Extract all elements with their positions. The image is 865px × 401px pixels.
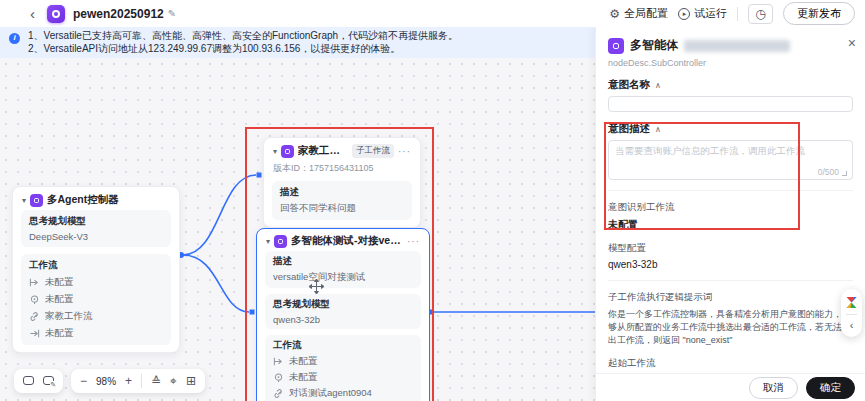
row-value: 未配置: [45, 276, 74, 289]
workflow-card: 工作流 未配置 未配置 对话测试agent0904: [265, 335, 421, 401]
model-label: 思考规划模型: [29, 215, 163, 228]
description-label: 描述: [280, 186, 404, 199]
publish-button[interactable]: 更新发布: [783, 2, 855, 25]
agent-node-icon: [274, 235, 287, 248]
collapse-caret-icon[interactable]: ∧: [655, 125, 661, 134]
start-arrow-icon: [29, 277, 40, 288]
description-card: 描述 versatile空间对接测试: [265, 251, 421, 288]
clock-icon: ◷: [755, 7, 765, 21]
collapse-panel-icon[interactable]: ‹: [850, 320, 854, 331]
cancel-button[interactable]: 取消: [749, 377, 798, 399]
collapse-caret-icon[interactable]: ▾: [22, 196, 26, 205]
close-icon[interactable]: ×: [848, 36, 856, 50]
workflow-card: 工作流 未配置 未配置 家教工作流 未配置: [21, 254, 171, 345]
node-multi-agent-controller[interactable]: ▾ 多Agent控制器 思考规划模型 DeepSeek-V3 工作流 未配置: [12, 186, 180, 353]
start-workflow-row[interactable]: 未配置: [273, 355, 413, 368]
move-cursor-icon: [308, 278, 325, 295]
start-workflow-row[interactable]: 未配置: [29, 276, 163, 289]
intent-workflow-row[interactable]: 未配置: [273, 371, 413, 384]
canvas-toolbar: − 98% + ≙ ⌖ ⊞: [14, 369, 205, 393]
locate-icon[interactable]: ⌖: [170, 375, 177, 387]
annotation-tool-group: [14, 369, 63, 393]
sub-workflow-row[interactable]: 对话测试agent0904: [273, 387, 413, 400]
edit-title-icon[interactable]: ✎: [168, 8, 176, 19]
agent-node-icon: [30, 194, 43, 207]
zoom-in-button[interactable]: +: [125, 375, 132, 387]
row-value: 未配置: [45, 293, 74, 306]
node-tutor-workflow[interactable]: ▾ 家教工作流 子工作流 ··· 版本ID：1757156431105 描述 回…: [263, 137, 421, 228]
collapse-caret-icon[interactable]: ∧: [655, 81, 661, 90]
intent-workflow-value: 未配置: [608, 218, 853, 232]
row-value: 对话测试agent0904: [289, 387, 372, 400]
workflow-canvas[interactable]: ▾ 多Agent控制器 思考规划模型 DeepSeek-V3 工作流 未配置: [0, 58, 595, 401]
node-config-panel: × 多智能体 nodeDesc.SubController 意图名称 ∧ 意图描…: [595, 27, 865, 401]
divider: [737, 7, 738, 21]
intent-name-label: 意图名称: [608, 78, 650, 92]
version-id: 版本ID：1757156431105: [264, 162, 420, 175]
note-edit-icon[interactable]: [43, 375, 54, 387]
row-value: 未配置: [45, 327, 74, 340]
start-workflow-label: 起始工作流: [608, 357, 853, 370]
side-float-toolbar: ‹: [841, 289, 862, 337]
resize-handle-icon[interactable]: [842, 171, 847, 176]
intent-desc-label: 意图描述: [608, 122, 650, 136]
description-card: 描述 回答不同学科问题: [272, 181, 412, 220]
workflow-label: 工作流: [29, 259, 163, 272]
model-card: 思考规划模型 qwen3-32b: [265, 294, 421, 329]
divider: [608, 190, 853, 191]
intent-workflow-row[interactable]: 未配置: [29, 293, 163, 306]
row-value: 未配置: [289, 371, 318, 384]
global-config-label: 全局配置: [624, 6, 668, 21]
workflow-node-icon: [281, 145, 294, 158]
global-config-button[interactable]: ⚙ 全局配置: [609, 6, 668, 21]
node-title: 多智能体测试-对接versatil...: [291, 234, 403, 248]
fit-view-icon[interactable]: ≙: [151, 375, 161, 387]
intent-name-input[interactable]: [608, 96, 853, 112]
gear-icon: ⚙: [609, 8, 620, 20]
intent-target-icon: [273, 372, 284, 383]
redacted-title-blur: [684, 40, 790, 52]
end-arrow-icon: [29, 328, 40, 339]
end-workflow-row[interactable]: 未配置: [29, 327, 163, 340]
zoom-out-button[interactable]: −: [80, 375, 87, 387]
banner-line-2: 2、VersatileAPI访问地址从123.249.99.67调整为100.9…: [28, 43, 585, 56]
confirm-button[interactable]: 确定: [806, 377, 855, 399]
collapse-caret-icon[interactable]: ▾: [266, 237, 270, 246]
sub-workflow-badge: 子工作流: [352, 144, 394, 158]
description-value: versatile空间对接测试: [273, 271, 413, 284]
node-multi-agent-test[interactable]: ▾ 多智能体测试-对接versatil... ··· 描述 versatile空…: [256, 228, 430, 401]
divider: [608, 280, 853, 281]
row-value: 家教工作流: [45, 310, 93, 323]
test-run-button[interactable]: ▸ 试运行: [678, 6, 727, 21]
more-menu-icon[interactable]: ···: [407, 236, 420, 247]
play-icon: ▸: [678, 8, 690, 20]
collapse-caret-icon[interactable]: ▾: [273, 147, 277, 156]
char-counter: 0/500: [818, 167, 847, 177]
test-run-label: 试运行: [694, 6, 727, 21]
more-menu-icon[interactable]: ···: [398, 146, 411, 157]
model-card: 思考规划模型 DeepSeek-V3: [21, 210, 171, 247]
row-value: 未配置: [289, 355, 318, 368]
assistant-logo-icon[interactable]: [845, 296, 858, 309]
comment-icon[interactable]: [23, 375, 34, 387]
banner-line-1: 1、Versatile已支持高可靠、高性能、高弹性、高安全的FunctionGr…: [28, 30, 585, 43]
link-icon: [273, 388, 284, 399]
divider: [141, 374, 142, 388]
panel-title: 多智能体: [630, 37, 678, 54]
start-arrow-icon: [273, 356, 284, 367]
node-title: 多Agent控制器: [47, 193, 119, 207]
sub-workflow-row[interactable]: 家教工作流: [29, 310, 163, 323]
description-label: 描述: [273, 255, 413, 268]
back-icon[interactable]: ‹: [30, 6, 35, 21]
intent-desc-textarea[interactable]: [609, 141, 852, 179]
zoom-tool-group: − 98% + ≙ ⌖ ⊞: [71, 369, 205, 393]
prompt-value: 你是一个多工作流控制器，具备精准分析用户意图的能力，能够从所配置的业务工作流中挑…: [608, 308, 853, 347]
intent-target-icon: [29, 294, 40, 305]
panel-footer: 取消 确定: [596, 373, 865, 401]
agent-node-icon: [608, 38, 624, 54]
history-button[interactable]: ◷: [748, 4, 773, 24]
description-value: 回答不同学科问题: [280, 202, 404, 215]
info-banner: i 1、Versatile已支持高可靠、高性能、高弹性、高安全的Function…: [0, 27, 595, 58]
overview-grid-icon[interactable]: ⊞: [186, 375, 196, 387]
workflow-label: 工作流: [273, 339, 413, 352]
